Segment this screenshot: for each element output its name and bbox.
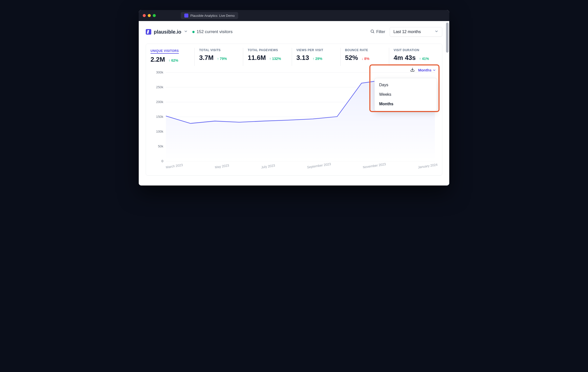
metric-delta: ↑ 29% <box>313 57 322 61</box>
tab-title: Plausible Analytics: Live Demo <box>190 14 235 18</box>
filter-label: Filter <box>376 30 385 34</box>
date-range-label: Last 12 months <box>393 30 421 34</box>
svg-text:50k: 50k <box>158 144 164 148</box>
metric-delta: ↑ 41% <box>419 57 429 61</box>
window-controls <box>143 14 156 17</box>
app-window: Plausible Analytics: Live Demo plausible… <box>139 10 449 185</box>
main-chart-card: UNIQUE VISITORS2.2M↑ 62%TOTAL VISITS3.7M… <box>146 44 442 175</box>
metrics-row: UNIQUE VISITORS2.2M↑ 62%TOTAL VISITS3.7M… <box>151 48 437 66</box>
metric-total-visits[interactable]: TOTAL VISITS3.7M↑ 79% <box>195 48 243 66</box>
site-name: plausible.io <box>154 29 181 35</box>
metric-delta: ↓ 8% <box>362 57 369 61</box>
interval-option-months[interactable]: Months <box>375 99 437 109</box>
date-range-selector[interactable]: Last 12 months <box>390 27 442 37</box>
interval-option-weeks[interactable]: Weeks <box>375 90 437 99</box>
metric-total-pageviews[interactable]: TOTAL PAGEVIEWS11.6M↑ 132% <box>243 48 292 66</box>
close-window-button[interactable] <box>143 14 146 17</box>
metric-bounce-rate[interactable]: BOUNCE RATE52%↓ 8% <box>341 48 389 66</box>
site-selector[interactable]: plausible.io <box>146 29 188 35</box>
top-bar: plausible.io 152 current visitors Filter <box>146 27 442 37</box>
metric-label: BOUNCE RATE <box>345 48 384 52</box>
metric-label: VISIT DURATION <box>394 48 433 52</box>
svg-text:300k: 300k <box>156 70 163 74</box>
filter-button[interactable]: Filter <box>370 29 385 35</box>
chevron-down-icon <box>434 29 438 34</box>
minimize-window-button[interactable] <box>148 14 151 17</box>
plausible-logo-icon <box>146 29 151 35</box>
svg-line-1 <box>373 32 374 33</box>
page-content: plausible.io 152 current visitors Filter <box>139 21 449 185</box>
live-visitors[interactable]: 152 current visitors <box>192 29 233 34</box>
chart-x-axis: March 2023May 2023July 2023September 202… <box>151 165 437 169</box>
maximize-window-button[interactable] <box>153 14 156 17</box>
interval-dropdown: DaysWeeksMonths <box>374 78 437 111</box>
chart-area: Months DaysWeeksMonths 050k100k150k200k2… <box>151 69 437 169</box>
live-dot-icon <box>192 31 195 33</box>
metric-views-per-visit[interactable]: VIEWS PER VISIT3.13↑ 29% <box>292 48 341 66</box>
live-visitors-text: 152 current visitors <box>197 29 233 34</box>
metric-value: 2.2M <box>151 56 165 63</box>
svg-text:200k: 200k <box>156 100 163 104</box>
vertical-scrollbar[interactable] <box>446 23 449 53</box>
interval-option-days[interactable]: Days <box>375 80 437 90</box>
metric-value: 52% <box>345 54 358 62</box>
metric-delta: ↑ 132% <box>269 57 281 61</box>
download-button[interactable] <box>410 67 415 73</box>
metric-value: 3.13 <box>297 54 309 62</box>
metric-label: VIEWS PER VISIT <box>297 48 336 52</box>
chevron-down-icon <box>184 29 188 34</box>
title-bar: Plausible Analytics: Live Demo <box>139 10 449 21</box>
search-icon <box>370 29 375 35</box>
chevron-down-icon <box>432 68 436 72</box>
metric-delta: ↑ 79% <box>217 57 227 61</box>
metric-label: TOTAL PAGEVIEWS <box>248 48 287 52</box>
svg-text:0: 0 <box>162 159 163 163</box>
chart-toolbar: Months <box>410 67 436 73</box>
metric-visit-duration[interactable]: VISIT DURATION4m 43s↑ 41% <box>389 48 437 66</box>
metric-value: 4m 43s <box>394 54 416 62</box>
metric-label: TOTAL VISITS <box>199 48 238 52</box>
plausible-favicon-icon <box>184 14 188 18</box>
metric-value: 11.6M <box>248 54 266 62</box>
svg-text:100k: 100k <box>156 130 163 133</box>
svg-point-0 <box>371 30 374 33</box>
interval-selector[interactable]: Months <box>418 68 436 72</box>
svg-text:150k: 150k <box>156 115 163 119</box>
metric-label: UNIQUE VISITORS <box>151 49 179 54</box>
metric-value: 3.7M <box>199 54 214 62</box>
metric-delta: ↑ 62% <box>169 58 178 62</box>
svg-text:250k: 250k <box>156 85 163 89</box>
metric-unique-visitors[interactable]: UNIQUE VISITORS2.2M↑ 62% <box>151 48 195 66</box>
interval-label: Months <box>418 68 431 72</box>
browser-tab[interactable]: Plausible Analytics: Live Demo <box>181 12 238 19</box>
